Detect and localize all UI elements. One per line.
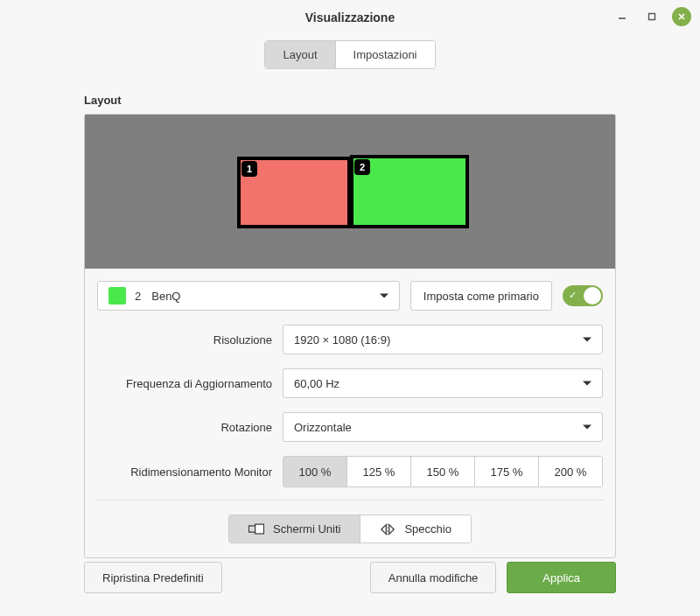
refresh-value: 60,00 Hz [294, 377, 340, 390]
monitor-badge-2: 2 [354, 159, 370, 175]
section-title: Layout [0, 78, 700, 114]
svg-rect-1 [649, 14, 655, 20]
close-button[interactable] [672, 7, 691, 26]
mirror-displays-button[interactable]: Specchio [360, 515, 470, 542]
spacer [233, 562, 360, 593]
rotation-select[interactable]: Orizzontale [283, 412, 603, 442]
refresh-label: Frequenza di Aggiornamento [97, 377, 272, 390]
joined-displays-icon [248, 523, 264, 536]
minimize-button[interactable] [612, 7, 632, 26]
tab-group: Layout Impostazioni [264, 40, 435, 69]
monitor-badge-1: 1 [242, 161, 257, 177]
resolution-select[interactable]: 1920 × 1080 (16:9) [283, 325, 603, 354]
set-primary-button[interactable]: Imposta come primario [410, 281, 552, 311]
tab-layout[interactable]: Layout [265, 41, 334, 68]
monitor-select-row: 2 BenQ Imposta come primario ✓ [85, 269, 615, 318]
titlebar: Visualizzazione [0, 0, 700, 35]
restore-defaults-button[interactable]: Ripristina Predefiniti [84, 562, 222, 593]
tab-settings[interactable]: Impostazioni [335, 41, 435, 68]
scale-row: Ridimensionamento Monitor 100 % 125 % 15… [85, 449, 615, 494]
monitor-2[interactable]: 2 [350, 155, 469, 228]
joined-displays-button[interactable]: Schermi Uniti [229, 515, 360, 542]
resolution-row: Risoluzione 1920 × 1080 (16:9) [85, 318, 615, 361]
display-mode-row: Schermi Uniti Specchio [85, 506, 615, 557]
monitor-number: 2 [135, 290, 141, 303]
layout-panel: 1 2 2 BenQ Imposta come primario ✓ Risol… [84, 114, 616, 558]
monitor-color-swatch [108, 287, 126, 304]
monitor-name: BenQ [151, 290, 180, 303]
scale-200[interactable]: 200 % [538, 457, 602, 486]
monitor-canvas: 1 2 [85, 115, 615, 269]
mirror-displays-icon [380, 523, 396, 536]
monitor-select[interactable]: 2 BenQ [97, 281, 400, 311]
scale-label: Ridimensionamento Monitor [97, 466, 272, 479]
window-buttons [612, 7, 691, 26]
mirror-displays-label: Specchio [404, 522, 451, 536]
check-icon: ✓ [569, 290, 577, 301]
resolution-value: 1920 × 1080 (16:9) [294, 333, 390, 346]
scale-group: 100 % 125 % 150 % 175 % 200 % [283, 456, 603, 487]
display-mode-group: Schermi Uniti Specchio [228, 514, 472, 543]
joined-displays-label: Schermi Uniti [273, 522, 340, 536]
refresh-row: Frequenza di Aggiornamento 60,00 Hz [85, 361, 615, 405]
tab-bar: Layout Impostazioni [0, 35, 700, 78]
rotation-row: Rotazione Orizzontale [85, 405, 615, 449]
resolution-label: Risoluzione [97, 333, 272, 346]
cancel-button[interactable]: Annulla modifiche [370, 562, 497, 593]
apply-button[interactable]: Applica [507, 562, 616, 593]
rotation-value: Orizzontale [294, 421, 352, 434]
monitor-enabled-toggle[interactable]: ✓ [563, 285, 603, 306]
scale-100[interactable]: 100 % [284, 457, 346, 486]
maximize-button[interactable] [642, 7, 662, 26]
scale-150[interactable]: 150 % [410, 457, 474, 486]
window-title: Visualizzazione [305, 10, 395, 24]
monitor-1[interactable]: 1 [237, 157, 351, 228]
footer: Ripristina Predefiniti Annulla modifiche… [84, 562, 616, 593]
scale-175[interactable]: 175 % [474, 457, 538, 486]
divider [97, 500, 603, 500]
svg-rect-5 [256, 524, 264, 534]
scale-125[interactable]: 125 % [346, 457, 410, 486]
rotation-label: Rotazione [97, 421, 272, 434]
refresh-select[interactable]: 60,00 Hz [283, 368, 603, 398]
toggle-knob [584, 287, 601, 304]
